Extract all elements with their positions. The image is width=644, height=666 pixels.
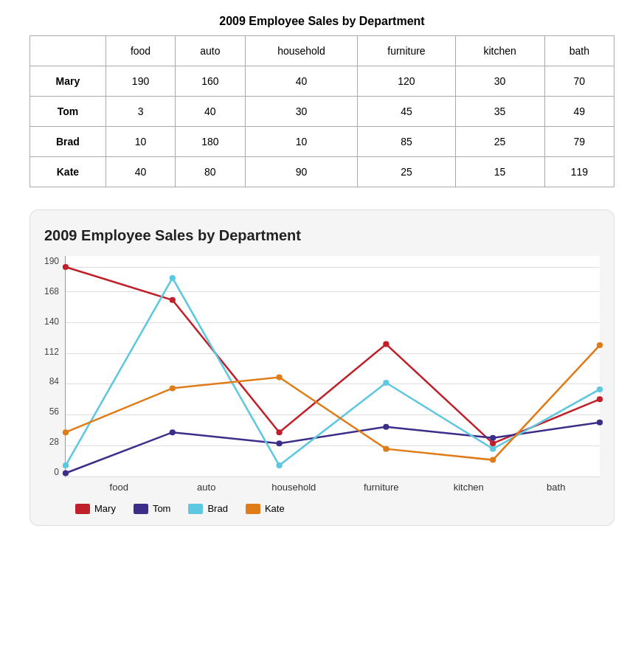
legend-label: Mary	[94, 503, 116, 514]
table-cell: 30	[245, 97, 358, 127]
y-axis: 1901681401128456280	[44, 256, 65, 477]
table-cell: 120	[358, 66, 455, 97]
legend-label: Tom	[153, 503, 171, 514]
dot-mary	[383, 341, 389, 347]
row-label: Kate	[30, 157, 106, 187]
dot-kate	[276, 374, 282, 380]
table-cell: 25	[358, 157, 455, 187]
table-cell: 10	[245, 127, 358, 157]
chart-svg	[66, 256, 600, 476]
table-cell: 3	[105, 97, 175, 127]
table-cell: 25	[455, 127, 544, 157]
col-header-empty	[30, 36, 106, 66]
dot-kate	[383, 446, 389, 452]
line-brad	[66, 278, 600, 465]
dot-brad	[597, 386, 603, 392]
table-cell: 85	[358, 127, 455, 157]
x-axis-label: kitchen	[425, 482, 513, 493]
legend-color-box	[188, 504, 203, 514]
legend-item: Mary	[75, 503, 116, 514]
table-cell: 40	[105, 157, 175, 187]
dot-kate	[170, 385, 176, 391]
dot-mary	[63, 264, 69, 270]
y-axis-label: 84	[49, 376, 59, 386]
dot-tom	[276, 440, 282, 446]
dot-tom	[383, 424, 389, 430]
dot-tom	[490, 435, 496, 441]
chart-legend: MaryTomBradKate	[44, 503, 600, 514]
table-cell: 49	[544, 97, 614, 127]
legend-item: Kate	[246, 503, 285, 514]
dot-brad	[170, 275, 176, 281]
table-row: Brad1018010852579	[30, 127, 614, 157]
table-cell: 190	[105, 66, 175, 97]
row-label: Tom	[30, 97, 106, 127]
dot-brad	[276, 462, 282, 468]
table-cell: 79	[544, 127, 614, 157]
table-cell: 35	[455, 97, 544, 127]
table-row: Tom34030453549	[30, 97, 614, 127]
chart-section: 2009 Employee Sales by Department 190168…	[30, 209, 614, 526]
dot-brad	[63, 462, 69, 468]
x-axis-label: auto	[163, 482, 251, 493]
dot-kate	[597, 342, 603, 348]
x-axis-label: bath	[513, 482, 600, 493]
table-section: 2009 Employee Sales by Department food a…	[30, 15, 614, 187]
dot-tom	[170, 429, 176, 435]
table-row: Kate4080902515119	[30, 157, 614, 187]
dot-mary	[170, 297, 176, 303]
dot-mary	[276, 429, 282, 435]
legend-color-box	[75, 504, 90, 514]
legend-color-box	[246, 504, 260, 514]
col-header-auto: auto	[176, 36, 245, 66]
row-label: Mary	[30, 66, 106, 97]
dot-tom	[597, 420, 603, 426]
dot-brad	[490, 446, 496, 452]
x-axis-labels: foodautohouseholdfurniturekitchenbath	[44, 482, 600, 493]
sales-table: food auto household furniture kitchen ba…	[30, 35, 614, 187]
table-cell: 80	[176, 157, 245, 187]
y-axis-label: 140	[44, 316, 59, 327]
legend-color-box	[134, 504, 148, 514]
col-header-bath: bath	[544, 36, 614, 66]
dot-mary	[490, 440, 496, 446]
legend-item: Tom	[134, 503, 171, 514]
chart-title: 2009 Employee Sales by Department	[44, 227, 600, 244]
y-axis-label: 28	[49, 437, 59, 447]
x-axis-label: furniture	[338, 482, 426, 493]
table-cell: 90	[245, 157, 358, 187]
dot-tom	[63, 471, 69, 476]
dot-mary	[597, 396, 603, 402]
dot-brad	[383, 380, 389, 386]
table-cell: 15	[455, 157, 544, 187]
table-cell: 45	[358, 97, 455, 127]
table-header-row: food auto household furniture kitchen ba…	[30, 36, 614, 66]
table-cell: 40	[245, 66, 358, 97]
col-header-food: food	[105, 36, 175, 66]
x-axis-label: food	[75, 482, 163, 493]
row-label: Brad	[30, 127, 106, 157]
chart-area: 1901681401128456280	[44, 256, 600, 477]
table-cell: 119	[544, 157, 614, 187]
y-axis-label: 112	[44, 347, 59, 357]
table-cell: 30	[455, 66, 544, 97]
table-row: Mary190160401203070	[30, 66, 614, 97]
legend-label: Kate	[265, 503, 285, 514]
line-mary	[66, 267, 600, 443]
table-cell: 160	[176, 66, 245, 97]
table-cell: 10	[105, 127, 175, 157]
table-cell: 180	[176, 127, 245, 157]
grid-line	[66, 476, 600, 477]
col-header-kitchen: kitchen	[455, 36, 544, 66]
table-cell: 70	[544, 66, 614, 97]
y-axis-label: 190	[44, 256, 59, 266]
legend-label: Brad	[207, 503, 227, 514]
y-axis-label: 168	[44, 286, 59, 296]
x-axis-label: household	[250, 482, 338, 493]
col-header-household: household	[245, 36, 358, 66]
table-cell: 40	[176, 97, 245, 127]
y-axis-label: 0	[54, 467, 59, 477]
col-header-furniture: furniture	[358, 36, 455, 66]
legend-item: Brad	[188, 503, 227, 514]
table-title: 2009 Employee Sales by Department	[30, 15, 614, 28]
